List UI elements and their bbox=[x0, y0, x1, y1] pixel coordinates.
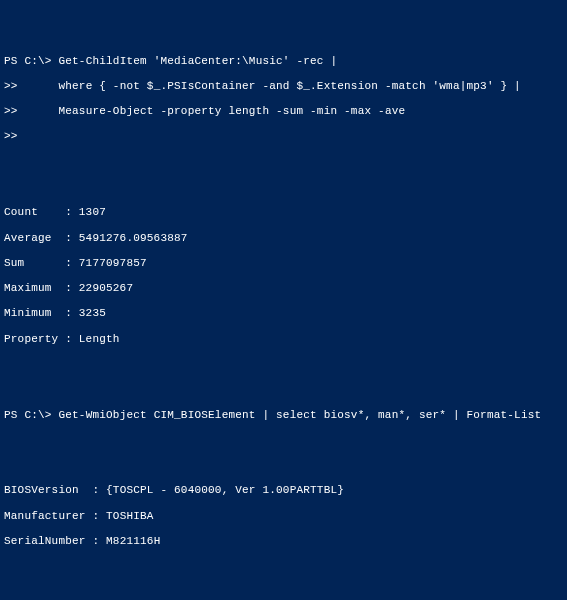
output-label: Count : bbox=[4, 206, 79, 218]
blank-line bbox=[4, 459, 563, 472]
output-value: 3235 bbox=[79, 307, 106, 319]
continuation-prompt: >> bbox=[4, 130, 18, 142]
terminal-line: >> where { -not $_.PSIsContainer -and $_… bbox=[4, 80, 563, 93]
blank-line bbox=[4, 156, 563, 169]
blank-line bbox=[4, 358, 563, 371]
continuation-prompt: >> bbox=[4, 80, 18, 92]
prompt: PS C:\> bbox=[4, 409, 52, 421]
blank-line bbox=[4, 383, 563, 396]
output-line: Average : 5491276.09563887 bbox=[4, 232, 563, 245]
output-line: SerialNumber : M821116H bbox=[4, 535, 563, 548]
output-line: Manufacturer : TOSHIBA bbox=[4, 510, 563, 523]
command-text: where { -not $_.PSIsContainer -and $_.Ex… bbox=[24, 80, 520, 92]
output-label: Minimum : bbox=[4, 307, 79, 319]
output-line: Count : 1307 bbox=[4, 206, 563, 219]
output-value: M821116H bbox=[106, 535, 160, 547]
terminal-line: PS C:\> Get-ChildItem 'MediaCenter:\Musi… bbox=[4, 55, 563, 68]
output-line: BIOSVersion : {TOSCPL - 6040000, Ver 1.0… bbox=[4, 484, 563, 497]
output-label: BIOSVersion : bbox=[4, 484, 106, 496]
blank-line bbox=[4, 434, 563, 447]
output-label: Average : bbox=[4, 232, 79, 244]
terminal-line: PS C:\> Get-WmiObject CIM_BIOSElement | … bbox=[4, 409, 563, 422]
blank-line bbox=[4, 585, 563, 598]
terminal-line: >> Measure-Object -property length -sum … bbox=[4, 105, 563, 118]
blank-line bbox=[4, 560, 563, 573]
output-line: Sum : 7177097857 bbox=[4, 257, 563, 270]
output-value: TOSHIBA bbox=[106, 510, 154, 522]
output-label: Property : bbox=[4, 333, 79, 345]
output-label: Sum : bbox=[4, 257, 79, 269]
output-line: Minimum : 3235 bbox=[4, 307, 563, 320]
blank-line bbox=[4, 181, 563, 194]
output-value: Length bbox=[79, 333, 120, 345]
output-label: SerialNumber : bbox=[4, 535, 106, 547]
output-line: Property : Length bbox=[4, 333, 563, 346]
continuation-prompt: >> bbox=[4, 105, 18, 117]
terminal-line: >> bbox=[4, 130, 563, 143]
command-text: Get-WmiObject CIM_BIOSElement | select b… bbox=[58, 409, 541, 421]
prompt: PS C:\> bbox=[4, 55, 52, 67]
output-value: 22905267 bbox=[79, 282, 133, 294]
output-value: 5491276.09563887 bbox=[79, 232, 188, 244]
output-value: {TOSCPL - 6040000, Ver 1.00PARTTBL} bbox=[106, 484, 344, 496]
output-value: 1307 bbox=[79, 206, 106, 218]
command-text: Measure-Object -property length -sum -mi… bbox=[24, 105, 405, 117]
command-text: Get-ChildItem 'MediaCenter:\Music' -rec … bbox=[58, 55, 337, 67]
output-label: Maximum : bbox=[4, 282, 79, 294]
output-line: Maximum : 22905267 bbox=[4, 282, 563, 295]
output-label: Manufacturer : bbox=[4, 510, 106, 522]
output-value: 7177097857 bbox=[79, 257, 147, 269]
